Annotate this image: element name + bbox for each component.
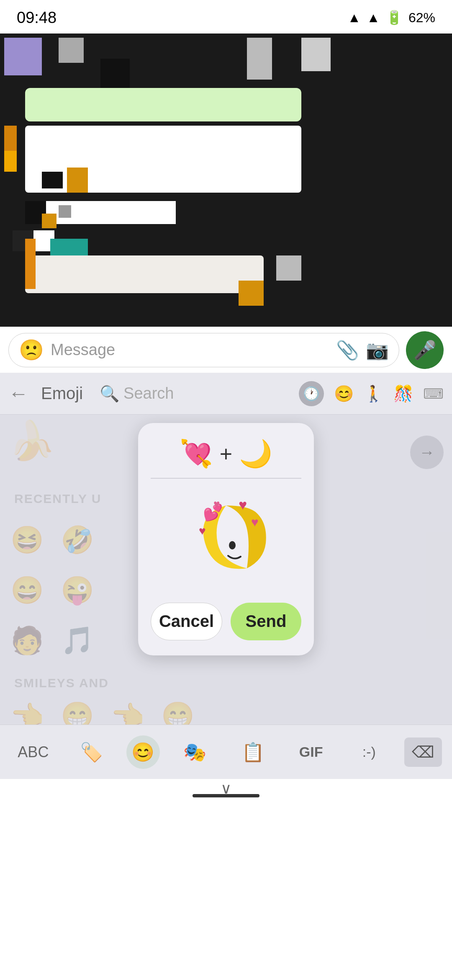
- svg-text:♥: ♥: [251, 515, 259, 529]
- gif-label: GIF: [299, 744, 323, 760]
- sticker2-icon: 📋: [241, 741, 265, 763]
- modal-buttons: Cancel Send: [151, 603, 301, 640]
- delete-icon: ⌫: [412, 743, 434, 761]
- chat-block-gold2: [42, 214, 56, 228]
- nav-indicator: ∨: [0, 779, 452, 800]
- emoji-keyboard-top-bar: ← Emoji 🔍 Search 🕐 😊 🚶 🎊 ⌨: [0, 373, 452, 415]
- modal-right-emoji: 🌙: [239, 438, 272, 469]
- emoji-back-button[interactable]: ←: [8, 382, 28, 405]
- chevron-down-icon[interactable]: ∨: [221, 780, 231, 797]
- sticker-icon: 🏷️: [80, 741, 103, 763]
- chat-block-black2: [42, 172, 63, 188]
- emoji-combo-modal: 💘 + 🌙 💕 ♥ ♥: [138, 423, 314, 655]
- message-input[interactable]: Message: [51, 341, 329, 359]
- text-emoji-icon: :-): [362, 744, 376, 760]
- chat-block-gray5: [276, 255, 301, 281]
- chat-block-gray4: [59, 205, 71, 218]
- modal-plus-sign: +: [220, 441, 232, 467]
- emoji-search-text[interactable]: Search: [123, 384, 174, 402]
- emoji-top-icons: 🕐 😊 🚶 🎊 ⌨: [299, 381, 444, 406]
- emoji-sticker2-button[interactable]: 📋: [230, 735, 276, 769]
- emoji-grid-area: 🍌 RECENTLY U 😆 🤣 💀 🩷 😄 😜 😓 😒 🧑 🎵: [0, 415, 452, 725]
- recent-icon[interactable]: 🕐: [299, 381, 324, 406]
- chat-block-orange1: [4, 126, 17, 151]
- modal-combo-header: 💘 + 🌙: [180, 438, 272, 469]
- emoji-face-button[interactable]: 🎭: [172, 735, 218, 769]
- modal-result-emoji: 💕 ♥ ♥ ♥ ♥: [180, 489, 272, 593]
- gif-button[interactable]: GIF: [288, 735, 334, 769]
- svg-point-0: [229, 541, 236, 549]
- chat-block-gray3: [301, 38, 331, 71]
- keyboard-icon[interactable]: ⌨: [423, 385, 444, 402]
- clock-icon: 🕐: [303, 386, 320, 402]
- delete-button[interactable]: ⌫: [404, 738, 442, 767]
- chat-block-orange2: [4, 151, 17, 172]
- emoji-label: Emoji: [41, 384, 83, 403]
- chat-white-area: [25, 126, 301, 193]
- svg-text:♥: ♥: [239, 497, 247, 513]
- person-icon[interactable]: 🚶: [364, 384, 383, 403]
- emoji-face-icon: 🎭: [183, 741, 206, 763]
- status-bar: 09:48 ▲ ▲ 🔋 62%: [0, 0, 452, 34]
- chat-block-black1: [100, 59, 130, 88]
- mic-button[interactable]: 🎤: [406, 331, 444, 369]
- smiley-icon[interactable]: 😊: [334, 384, 354, 403]
- emoji-keyboard-icon: 😊: [131, 741, 154, 763]
- text-emoji-button[interactable]: :-): [346, 735, 392, 769]
- keyboard-bottom-bar: ABC 🏷️ 😊 🎭 📋 GIF :-) ⌫: [0, 725, 452, 779]
- status-icons: ▲ ▲ 🔋 62%: [348, 10, 435, 26]
- message-input-wrapper[interactable]: 🙁 Message 📎 📷: [8, 333, 399, 367]
- svg-text:♥: ♥: [199, 524, 206, 537]
- battery-percent: 62%: [408, 10, 435, 26]
- battery-icon: 🔋: [386, 10, 403, 26]
- emoji-search-area[interactable]: 🔍 Search: [100, 384, 174, 403]
- signal-icon: ▲: [367, 10, 380, 26]
- status-time: 09:48: [17, 9, 56, 27]
- emoji-keyboard-button[interactable]: 😊: [126, 735, 160, 769]
- camera-icon[interactable]: 📷: [366, 339, 389, 361]
- chat-block-gray1: [59, 38, 84, 63]
- modal-left-emoji: 💘: [180, 438, 213, 469]
- chat-area: [0, 34, 452, 327]
- mic-icon: 🎤: [413, 339, 437, 361]
- wifi-icon: ▲: [348, 10, 361, 26]
- sticker-button[interactable]: 🏷️: [68, 735, 114, 769]
- cancel-button[interactable]: Cancel: [151, 603, 222, 640]
- confetti-icon[interactable]: 🎊: [393, 384, 413, 403]
- chat-block-gold: [67, 168, 88, 193]
- emoji-combo-modal-overlay: 💘 + 🌙 💕 ♥ ♥: [0, 415, 452, 725]
- svg-text:💕: 💕: [203, 503, 223, 522]
- emoji-picker-icon[interactable]: 🙁: [19, 338, 44, 362]
- chat-block-gray2: [247, 38, 272, 80]
- abc-label: ABC: [18, 743, 49, 761]
- send-button[interactable]: Send: [231, 603, 301, 640]
- search-icon: 🔍: [100, 384, 119, 403]
- chat-block-orange3: [25, 239, 36, 289]
- attach-icon[interactable]: 📎: [336, 339, 359, 361]
- chat-block-beige: [25, 255, 264, 293]
- abc-keyboard-button[interactable]: ABC: [10, 735, 56, 769]
- chat-block-gold3: [239, 281, 264, 306]
- chat-green-bar: [25, 88, 301, 121]
- svg-text:♥: ♥: [213, 498, 220, 510]
- modal-divider: [151, 478, 301, 479]
- message-bar: 🙁 Message 📎 📷 🎤: [0, 327, 452, 373]
- chat-block-purple: [4, 38, 42, 75]
